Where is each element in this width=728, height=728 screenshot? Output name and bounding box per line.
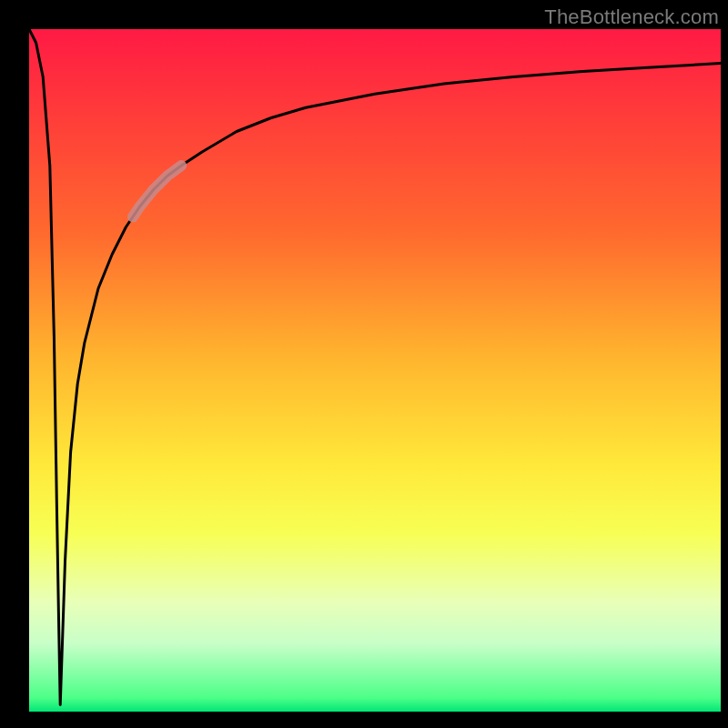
highlight-segment [133,166,181,217]
watermark-text: TheBottleneck.com [544,5,719,29]
chart-plot-area [29,29,721,712]
bottleneck-curve [29,29,721,705]
chart-svg [29,29,721,712]
chart-frame: TheBottleneck.com [0,0,728,728]
